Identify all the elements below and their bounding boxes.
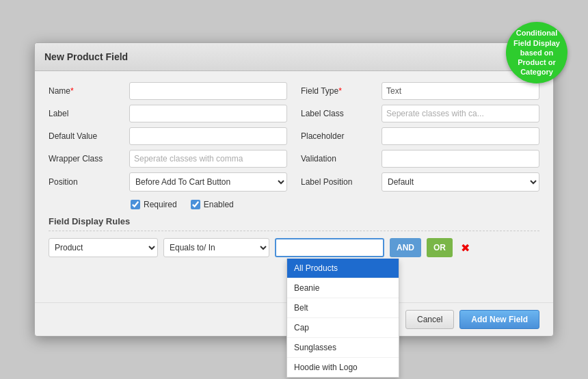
- condition-select[interactable]: Product: [49, 238, 158, 257]
- name-input[interactable]: [129, 82, 287, 100]
- dropdown-item[interactable]: Hoodie with Logo: [287, 358, 399, 377]
- label-position-row: Label Position Default: [301, 172, 539, 192]
- placeholder-row: Placeholder: [301, 127, 539, 145]
- label-row: Label: [49, 105, 287, 122]
- new-product-field-dialog: New Product Field ✕ Name* Label: [34, 42, 554, 337]
- position-select[interactable]: Before Add To Cart Button: [129, 172, 287, 192]
- wrapper-class-label: Wrapper Class: [49, 154, 124, 164]
- label-class-label: Label Class: [301, 109, 376, 118]
- dialog-wrapper: New Product Field ✕ Name* Label: [34, 42, 554, 337]
- form-column-left: Name* Label Default Value Wrapper Class: [49, 82, 287, 192]
- field-type-input[interactable]: [382, 82, 539, 100]
- wrapper-class-input[interactable]: [129, 150, 287, 168]
- enabled-label: Enabled: [204, 200, 234, 209]
- position-row: Position Before Add To Cart Button: [49, 172, 287, 192]
- rules-section-title: Field Display Rules: [49, 216, 539, 231]
- required-label: Required: [144, 200, 177, 209]
- name-row: Name*: [49, 82, 287, 100]
- conditional-field-badge: ConditionalField Displaybased onProduct …: [506, 22, 567, 83]
- enabled-checkbox-label[interactable]: Enabled: [191, 200, 234, 209]
- default-value-input[interactable]: [129, 127, 287, 145]
- dropdown-item[interactable]: All Products: [287, 259, 399, 278]
- cancel-button[interactable]: Cancel: [405, 310, 454, 329]
- operator-select[interactable]: Equals to/ In: [163, 238, 269, 257]
- default-value-row: Default Value: [49, 127, 287, 145]
- delete-rule-button[interactable]: ✖: [458, 238, 472, 257]
- label-class-input[interactable]: [382, 105, 539, 122]
- form-grid: Name* Label Default Value Wrapper Class: [49, 82, 539, 192]
- required-checkbox-label[interactable]: Required: [131, 200, 177, 209]
- validation-input[interactable]: [382, 150, 539, 168]
- field-type-label: Field Type*: [301, 86, 376, 96]
- field-type-row: Field Type*: [301, 82, 539, 100]
- dialog-body: Name* Label Default Value Wrapper Class: [35, 71, 553, 268]
- and-button[interactable]: AND: [390, 238, 421, 257]
- dropdown-item[interactable]: Sunglasses: [287, 338, 399, 358]
- label-input[interactable]: [129, 105, 287, 122]
- rules-value-input[interactable]: [275, 238, 384, 257]
- label-position-select[interactable]: Default: [382, 172, 539, 192]
- add-new-field-button[interactable]: Add New Field: [459, 310, 539, 329]
- dialog-header: New Product Field ✕: [35, 43, 553, 71]
- or-button[interactable]: OR: [427, 238, 453, 257]
- rules-section: Field Display Rules Product Equals to/ I…: [49, 216, 539, 257]
- label-position-label: Label Position: [301, 177, 376, 187]
- dialog-title: New Product Field: [44, 51, 128, 62]
- label-class-row: Label Class: [301, 105, 539, 122]
- rules-row: Product Equals to/ In AND OR ✖ All Produ…: [49, 238, 539, 257]
- wrapper-class-row: Wrapper Class: [49, 150, 287, 168]
- placeholder-label: Placeholder: [301, 131, 376, 141]
- dropdown-item[interactable]: Beanie: [287, 278, 399, 298]
- name-label: Name*: [49, 86, 124, 96]
- label-label: Label: [49, 109, 124, 118]
- required-checkbox[interactable]: [131, 200, 140, 209]
- default-value-label: Default Value: [49, 131, 124, 141]
- dropdown-item[interactable]: Cap: [287, 318, 399, 338]
- validation-row: Validation: [301, 150, 539, 168]
- form-column-right: Field Type* Label Class Placeholder Vali…: [301, 82, 539, 192]
- enabled-checkbox[interactable]: [191, 200, 200, 209]
- rules-dropdown: All ProductsBeanieBeltCapSunglassesHoodi…: [286, 259, 399, 378]
- placeholder-input[interactable]: [382, 127, 539, 145]
- checkboxes-row: Required Enabled: [131, 200, 539, 209]
- dropdown-item[interactable]: Belt: [287, 298, 399, 318]
- validation-label: Validation: [301, 154, 376, 164]
- position-label: Position: [49, 177, 124, 187]
